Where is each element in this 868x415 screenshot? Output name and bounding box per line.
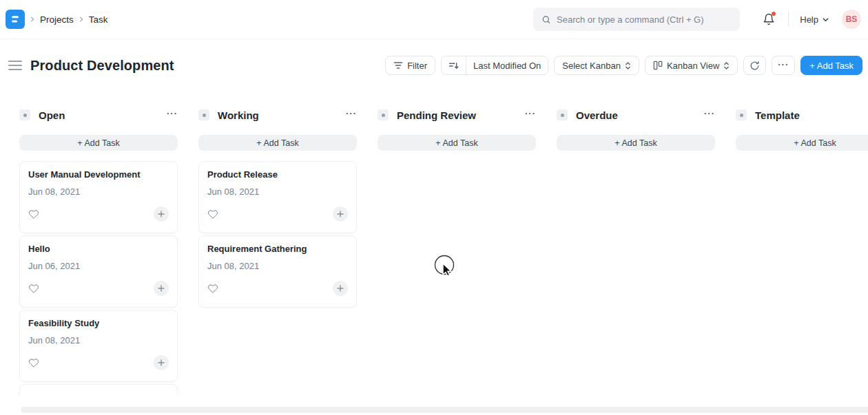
task-card-date: Jun 08, 2021 <box>28 187 169 197</box>
task-card-date: Jun 08, 2021 <box>207 187 348 197</box>
column-menu-icon[interactable]: ··· <box>346 108 357 118</box>
like-heart-icon[interactable] <box>207 284 218 294</box>
page-menu-button[interactable]: ··· <box>772 56 795 75</box>
kanban-select-dropdown[interactable]: Select Kanban <box>554 56 639 75</box>
column-add-task-button[interactable]: + Add Task <box>736 135 868 151</box>
kanban-board: Open ··· + Add Task User Manual Developm… <box>0 107 868 409</box>
add-task-button[interactable]: + Add Task <box>800 56 862 75</box>
view-switcher-dropdown[interactable]: Kanban View <box>645 56 738 75</box>
column-add-task-button[interactable]: + Add Task <box>198 135 357 151</box>
column-title: Working <box>218 109 259 121</box>
breadcrumb-task[interactable]: Task <box>89 14 108 25</box>
global-search[interactable] <box>533 8 740 31</box>
task-card-footer <box>207 281 348 296</box>
column-cards: Product Release Jun 08, 2021 Requirement… <box>198 161 357 308</box>
task-card[interactable]: User Manual Development Jun 08, 2021 <box>19 161 178 233</box>
column-indicator-badge <box>557 109 568 120</box>
column-header: Open ··· <box>19 107 178 123</box>
task-card-date: Jun 08, 2021 <box>28 335 169 345</box>
column-menu-icon[interactable]: ··· <box>704 108 715 118</box>
column-title: Open <box>39 109 65 121</box>
help-label: Help <box>800 14 818 25</box>
task-card-date: Jun 08, 2021 <box>207 261 348 271</box>
user-avatar[interactable]: BS <box>842 10 861 29</box>
task-card-date: Jun 06, 2021 <box>28 261 169 271</box>
help-menu[interactable]: Help <box>800 14 829 25</box>
column-header: Template ··· <box>736 107 868 123</box>
task-card-title: User Manual Development <box>28 169 169 180</box>
toolbar: Filter Last Modified On Select Kanban Ka… <box>385 56 862 75</box>
task-card-footer <box>207 206 348 222</box>
task-card[interactable]: Requirement Gathering Jun 08, 2021 <box>198 235 357 308</box>
select-chevrons-icon <box>625 61 631 70</box>
like-heart-icon[interactable] <box>28 358 39 368</box>
task-card[interactable]: Feasibility Study Jun 08, 2021 <box>19 310 178 382</box>
task-card[interactable]: Hello Jun 06, 2021 <box>19 235 178 308</box>
column-indicator-badge <box>378 109 389 120</box>
column-add-task-button[interactable]: + Add Task <box>557 135 715 151</box>
assign-plus-button[interactable] <box>154 281 169 296</box>
column-header: Overdue ··· <box>557 107 715 123</box>
column-title: Template <box>755 109 800 121</box>
kanban-column: Working ··· + Add Task Product Release J… <box>198 107 357 409</box>
navbar-divider <box>788 12 789 27</box>
logo-e-glyph <box>10 14 21 25</box>
notifications-bell-icon[interactable] <box>761 11 777 28</box>
search-input[interactable] <box>557 14 732 25</box>
page-header: Product Development Filter Last Modified… <box>0 55 868 76</box>
task-card-title: Product Release <box>207 169 348 180</box>
task-card[interactable]: Product Release Jun 08, 2021 <box>198 161 357 233</box>
status-dot-icon <box>382 114 385 117</box>
sort-button-group: Last Modified On <box>441 56 548 75</box>
kanban-column: Template ··· + Add Task <box>736 107 868 409</box>
kanban-column: Pending Review ··· + Add Task <box>378 107 536 409</box>
status-dot-icon <box>561 114 564 117</box>
column-add-task-button[interactable]: + Add Task <box>19 135 178 151</box>
refresh-icon <box>750 61 760 71</box>
column-title: Pending Review <box>397 109 476 121</box>
filter-icon <box>393 61 403 70</box>
filter-button[interactable]: Filter <box>385 56 435 75</box>
view-switcher-label: Kanban View <box>667 61 719 71</box>
task-card-title: Feasibility Study <box>28 318 169 328</box>
column-menu-icon[interactable]: ··· <box>525 108 536 118</box>
sidebar-toggle-icon[interactable] <box>6 56 25 75</box>
assign-plus-button[interactable] <box>154 206 169 222</box>
search-icon <box>541 14 551 25</box>
column-indicator-badge <box>19 109 30 120</box>
assign-plus-button[interactable] <box>333 281 348 296</box>
notification-badge <box>772 12 776 16</box>
sort-icon <box>448 61 459 70</box>
chevron-down-icon <box>822 16 829 23</box>
assign-plus-button[interactable] <box>333 206 348 222</box>
breadcrumb-chevron-icon <box>78 16 85 23</box>
breadcrumb-chevron-icon <box>29 16 36 23</box>
select-chevrons-icon <box>723 61 730 70</box>
like-heart-icon[interactable] <box>207 209 218 220</box>
like-heart-icon[interactable] <box>28 209 39 220</box>
status-dot-icon <box>203 114 206 117</box>
kanban-column: Open ··· + Add Task User Manual Developm… <box>19 107 178 409</box>
sort-field-button[interactable]: Last Modified On <box>466 56 548 74</box>
column-header: Pending Review ··· <box>378 107 536 123</box>
horizontal-scrollbar[interactable] <box>21 407 868 413</box>
refresh-button[interactable] <box>743 56 766 75</box>
app-logo-icon[interactable] <box>6 10 25 29</box>
column-add-task-button[interactable]: + Add Task <box>378 135 536 151</box>
status-dot-icon <box>740 114 743 117</box>
breadcrumb-projects[interactable]: Projects <box>40 14 74 25</box>
kanban-view-icon <box>653 61 663 70</box>
page-title: Product Development <box>30 58 174 74</box>
filter-label: Filter <box>407 61 427 71</box>
column-menu-icon[interactable]: ··· <box>167 108 178 118</box>
task-card-partial[interactable] <box>19 384 178 395</box>
task-card-title: Requirement Gathering <box>207 244 348 254</box>
column-indicator-badge <box>198 109 209 120</box>
column-header: Working ··· <box>198 107 357 123</box>
like-heart-icon[interactable] <box>28 284 39 294</box>
kanban-column: Overdue ··· + Add Task <box>557 107 715 409</box>
sort-direction-button[interactable] <box>442 56 466 74</box>
status-dot-icon <box>23 114 27 117</box>
assign-plus-button[interactable] <box>154 355 169 370</box>
kanban-select-label: Select Kanban <box>562 61 621 71</box>
